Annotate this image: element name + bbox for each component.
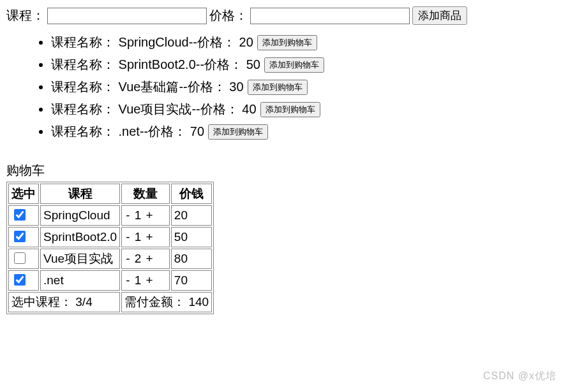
add-to-cart-button[interactable]: 添加到购物车 bbox=[264, 57, 324, 73]
row-name: SprintBoot2.0 bbox=[40, 227, 120, 247]
list-item: 课程名称： Vue基础篇--价格： 30 添加到购物车 bbox=[51, 78, 568, 96]
row-qty: - 1 + bbox=[121, 205, 170, 226]
th-name: 课程 bbox=[40, 184, 120, 204]
qty-plus[interactable]: + bbox=[145, 208, 154, 222]
add-product-button[interactable]: 添加商品 bbox=[412, 6, 467, 25]
row-qty: - 1 + bbox=[121, 270, 170, 291]
th-qty: 数量 bbox=[121, 184, 170, 204]
summary-total: 需付金额： 140 bbox=[121, 292, 212, 312]
qty-minus[interactable]: - bbox=[124, 273, 131, 287]
add-to-cart-button[interactable]: 添加到购物车 bbox=[260, 102, 320, 117]
price-label: 价格： bbox=[209, 7, 248, 24]
row-name: SpringCloud bbox=[40, 205, 120, 226]
row-price: 20 bbox=[171, 205, 212, 226]
course-list: 课程名称： SpringCloud--价格： 20 添加到购物车 课程名称： S… bbox=[32, 34, 568, 140]
qty-minus[interactable]: - bbox=[124, 230, 131, 243]
qty-plus[interactable]: + bbox=[145, 230, 154, 243]
list-item: 课程名称： SpringCloud--价格： 20 添加到购物车 bbox=[51, 34, 568, 51]
row-checkbox[interactable] bbox=[14, 274, 26, 286]
course-text: 课程名称： Vue基础篇--价格： 30 bbox=[51, 78, 244, 96]
row-checkbox[interactable] bbox=[14, 209, 26, 221]
course-text: 课程名称： SpringCloud--价格： 20 bbox=[51, 34, 253, 51]
summary-selected: 选中课程： 3/4 bbox=[8, 292, 120, 312]
list-item: 课程名称： Vue项目实战--价格： 40 添加到购物车 bbox=[51, 101, 568, 118]
course-input[interactable] bbox=[47, 8, 207, 24]
th-sel: 选中 bbox=[8, 184, 39, 204]
qty-plus[interactable]: + bbox=[145, 273, 154, 287]
table-row: Vue项目实战 - 2 + 80 bbox=[8, 249, 212, 269]
course-text: 课程名称： .net--价格： 70 bbox=[51, 123, 204, 140]
qty-minus[interactable]: - bbox=[124, 252, 131, 265]
row-price: 70 bbox=[171, 270, 212, 291]
row-checkbox[interactable] bbox=[14, 231, 26, 242]
course-text: 课程名称： SprintBoot2.0--价格： 50 bbox=[51, 56, 260, 73]
add-to-cart-button[interactable]: 添加到购物车 bbox=[257, 35, 317, 50]
course-label: 课程： bbox=[6, 7, 45, 24]
row-name: Vue项目实战 bbox=[40, 249, 120, 269]
course-text: 课程名称： Vue项目实战--价格： 40 bbox=[51, 101, 257, 118]
qty-plus[interactable]: + bbox=[145, 252, 154, 265]
add-to-cart-button[interactable]: 添加到购物车 bbox=[208, 124, 268, 140]
price-input[interactable] bbox=[250, 8, 410, 24]
th-price: 价钱 bbox=[171, 184, 212, 204]
row-qty: - 2 + bbox=[121, 249, 170, 269]
row-price: 80 bbox=[171, 249, 212, 269]
cart-title: 购物车 bbox=[6, 162, 568, 179]
list-item: 课程名称： SprintBoot2.0--价格： 50 添加到购物车 bbox=[51, 56, 568, 73]
row-checkbox[interactable] bbox=[14, 252, 26, 264]
cart-table: 选中 课程 数量 价钱 SpringCloud - 1 + 20 SprintB… bbox=[6, 182, 214, 314]
row-price: 50 bbox=[171, 227, 212, 247]
add-to-cart-button[interactable]: 添加到购物车 bbox=[248, 80, 308, 95]
table-row: .net - 1 + 70 bbox=[8, 270, 212, 291]
table-row: SprintBoot2.0 - 1 + 50 bbox=[8, 227, 212, 247]
row-qty: - 1 + bbox=[121, 227, 170, 247]
qty-minus[interactable]: - bbox=[124, 208, 131, 222]
row-name: .net bbox=[40, 270, 120, 291]
table-row: SpringCloud - 1 + 20 bbox=[8, 205, 212, 226]
list-item: 课程名称： .net--价格： 70 添加到购物车 bbox=[51, 123, 568, 140]
